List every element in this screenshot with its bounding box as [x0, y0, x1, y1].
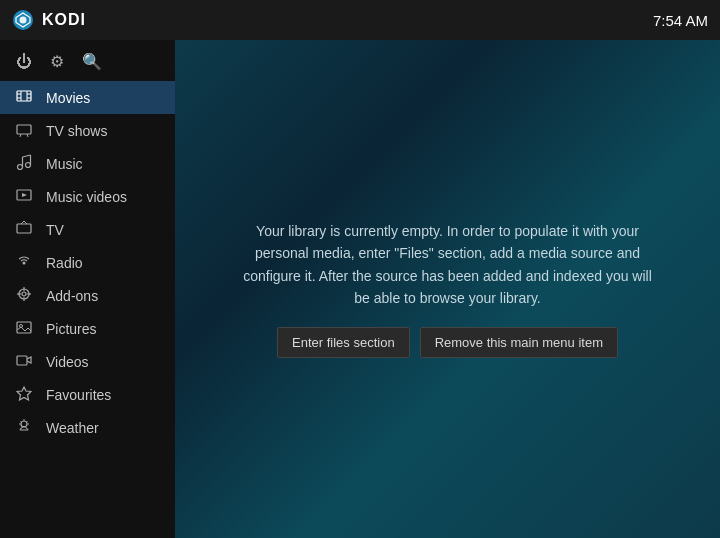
pictures-icon	[14, 319, 34, 338]
music-videos-label: Music videos	[46, 189, 127, 205]
app-title: KODI	[42, 11, 86, 29]
radio-icon	[14, 253, 34, 272]
movies-icon	[14, 88, 34, 107]
svg-rect-3	[17, 91, 31, 101]
svg-point-25	[22, 292, 26, 296]
music-icon	[14, 154, 34, 173]
svg-rect-10	[17, 125, 31, 134]
kodi-logo-icon	[12, 9, 34, 31]
favourites-icon	[14, 385, 34, 404]
sidebar-item-movies[interactable]: Movies	[0, 81, 175, 114]
tv-label: TV	[46, 222, 64, 238]
svg-rect-20	[17, 224, 31, 233]
tv-shows-icon	[14, 121, 34, 140]
empty-library-message: Your library is currently empty. In orde…	[238, 220, 658, 310]
svg-marker-19	[22, 193, 27, 197]
svg-line-38	[21, 422, 22, 423]
svg-point-13	[18, 165, 23, 170]
svg-rect-30	[17, 322, 31, 333]
svg-point-23	[23, 262, 26, 265]
add-ons-icon	[14, 286, 34, 305]
tv-icon	[14, 220, 34, 239]
music-label: Music	[46, 156, 83, 172]
body-row: ⏻ ⚙ 🔍 Movies	[0, 40, 720, 538]
sidebar-item-add-ons[interactable]: Add-ons	[0, 279, 175, 312]
music-videos-icon	[14, 187, 34, 206]
header-left: KODI	[12, 9, 86, 31]
svg-marker-33	[17, 387, 31, 400]
tv-shows-label: TV shows	[46, 123, 107, 139]
svg-point-2	[20, 17, 27, 24]
settings-icon[interactable]: ⚙	[50, 52, 64, 71]
sidebar-item-tv-shows[interactable]: TV shows	[0, 114, 175, 147]
enter-files-button[interactable]: Enter files section	[277, 327, 410, 358]
videos-icon	[14, 352, 34, 371]
movies-label: Movies	[46, 90, 90, 106]
radio-label: Radio	[46, 255, 83, 271]
power-icon[interactable]: ⏻	[16, 53, 32, 71]
svg-line-39	[27, 422, 28, 423]
pictures-label: Pictures	[46, 321, 97, 337]
favourites-label: Favourites	[46, 387, 111, 403]
header: KODI 7:54 AM	[0, 0, 720, 40]
search-icon[interactable]: 🔍	[82, 52, 102, 71]
sidebar-item-pictures[interactable]: Pictures	[0, 312, 175, 345]
sidebar-item-music-videos[interactable]: Music videos	[0, 180, 175, 213]
sidebar: ⏻ ⚙ 🔍 Movies	[0, 40, 175, 538]
sidebar-item-music[interactable]: Music	[0, 147, 175, 180]
svg-point-14	[26, 163, 31, 168]
svg-rect-32	[17, 356, 27, 365]
main-content: Your library is currently empty. In orde…	[175, 40, 720, 538]
videos-label: Videos	[46, 354, 89, 370]
clock: 7:54 AM	[653, 12, 708, 29]
sidebar-item-favourites[interactable]: Favourites	[0, 378, 175, 411]
sidebar-item-videos[interactable]: Videos	[0, 345, 175, 378]
sidebar-item-tv[interactable]: TV	[0, 213, 175, 246]
weather-label: Weather	[46, 420, 99, 436]
sidebar-top-controls: ⏻ ⚙ 🔍	[0, 44, 175, 81]
empty-library-buttons: Enter files section Remove this main men…	[238, 327, 658, 358]
remove-menu-item-button[interactable]: Remove this main menu item	[420, 327, 618, 358]
add-ons-label: Add-ons	[46, 288, 98, 304]
weather-icon	[14, 418, 34, 437]
sidebar-item-weather[interactable]: Weather	[0, 411, 175, 444]
svg-line-16	[23, 155, 31, 157]
empty-library-box: Your library is currently empty. In orde…	[218, 200, 678, 379]
sidebar-item-radio[interactable]: Radio	[0, 246, 175, 279]
